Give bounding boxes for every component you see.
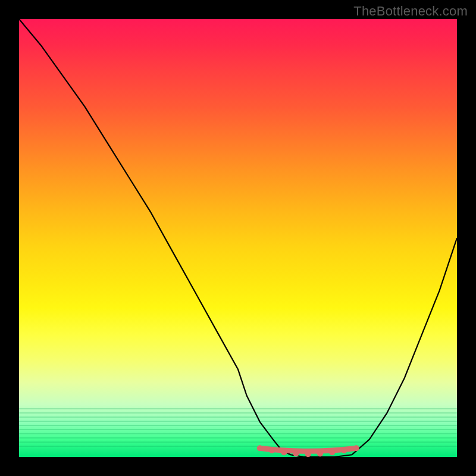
gradient-background	[19, 19, 457, 457]
chart-frame: TheBottleneck.com	[0, 0, 476, 476]
plot-area	[19, 19, 457, 457]
watermark-text: TheBottleneck.com	[353, 4, 468, 19]
